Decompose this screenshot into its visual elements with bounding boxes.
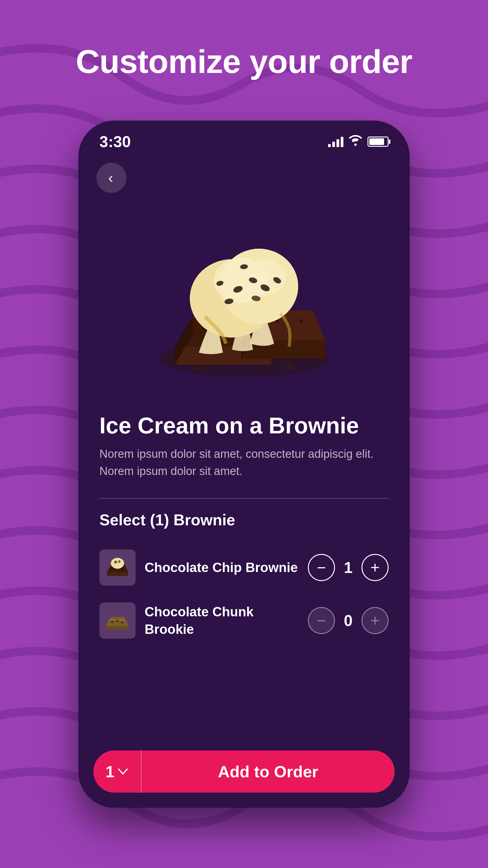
svg-point-36: [119, 617, 121, 619]
section-header: Select (1) Brownie: [78, 511, 410, 529]
add-to-order-bar: 1 Add to Order: [78, 744, 410, 808]
add-to-order-button[interactable]: 1 Add to Order: [93, 750, 395, 793]
svg-point-32: [111, 621, 113, 623]
decrease-btn-2[interactable]: −: [308, 607, 335, 634]
status-time: 3:30: [99, 133, 131, 151]
battery-icon: [367, 136, 389, 147]
item-thumbnail-2: [99, 602, 135, 639]
product-info: Ice Cream on a Brownie Norem ipsum dolor…: [78, 404, 410, 486]
quantity-value-2: 0: [342, 612, 354, 629]
bar2: [332, 142, 335, 147]
svg-point-34: [121, 621, 124, 624]
svg-point-27: [121, 567, 123, 570]
back-arrow-icon: ‹: [108, 170, 113, 185]
battery-fill: [369, 138, 384, 145]
bar4: [341, 137, 344, 147]
list-item: Chocolate Chip Brownie − 1 +: [93, 541, 395, 594]
wifi-icon: [349, 135, 362, 149]
svg-point-8: [299, 319, 303, 323]
quantity-control-1: − 1 +: [308, 554, 389, 581]
quantity-value-1: 1: [342, 558, 354, 577]
status-bar: 3:30: [78, 121, 410, 157]
list-item: Chocolate Chunk Brookie − 0 +: [93, 594, 395, 647]
svg-point-28: [111, 558, 124, 569]
item-name-2: Chocolate Chunk Brookie: [144, 603, 299, 638]
status-icons: [328, 135, 389, 149]
back-button[interactable]: ‹: [96, 163, 127, 193]
product-name: Ice Cream on a Brownie: [99, 413, 389, 438]
phone-frame: 3:30 ‹: [78, 121, 410, 808]
product-image-area: [78, 199, 410, 404]
bar3: [336, 139, 339, 147]
decrease-btn-1[interactable]: −: [308, 554, 335, 581]
svg-point-29: [114, 561, 117, 564]
svg-point-35: [114, 618, 116, 620]
product-description: Norem ipsum dolor sit amet, consectetur …: [99, 445, 389, 480]
add-to-order-label: Add to Order: [141, 762, 395, 781]
item-name-1: Chocolate Chip Brownie: [144, 559, 299, 576]
increase-btn-2[interactable]: +: [361, 607, 389, 634]
section-divider: [99, 498, 389, 499]
order-quantity-section[interactable]: 1: [93, 750, 141, 793]
item-thumbnail-1: [99, 550, 135, 586]
page-title: Customize your order: [0, 42, 488, 81]
bar1: [328, 144, 331, 147]
quantity-control-2: − 0 +: [308, 607, 389, 634]
increase-btn-1[interactable]: +: [361, 554, 389, 581]
order-quantity: 1: [105, 762, 115, 781]
signal-bars-icon: [328, 136, 344, 147]
chevron-down-icon: [118, 765, 128, 778]
item-list: Chocolate Chip Brownie − 1 +: [78, 541, 410, 647]
svg-point-30: [118, 560, 121, 563]
product-image: [151, 208, 337, 395]
